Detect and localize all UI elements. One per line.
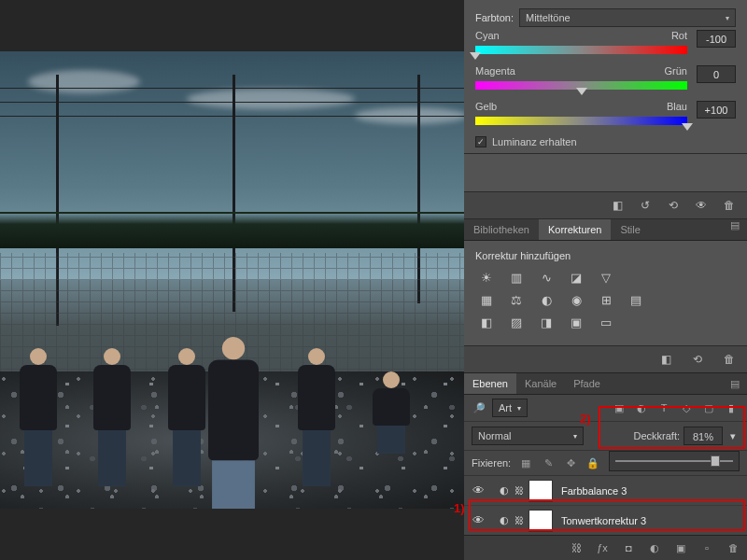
slider-right-label: Grün xyxy=(665,65,687,77)
color-balance-slider-0[interactable] xyxy=(475,43,687,56)
slider-left-label: Gelb xyxy=(475,101,497,112)
add-mask-icon[interactable]: ◘ xyxy=(620,539,637,556)
properties-footer: ◧ ↺ ⟲ 👁 🗑 xyxy=(464,191,747,218)
delete-icon[interactable]: 🗑 xyxy=(719,195,740,216)
brightness-icon[interactable]: ☀ xyxy=(477,269,496,286)
adj-clip-icon[interactable]: ◧ xyxy=(655,349,676,370)
layer-name[interactable]: Tonwertkorrektur 3 xyxy=(561,515,646,526)
mid-tabs: Bibliotheken Korrekturen Stile ▤ xyxy=(464,218,747,241)
hue-sat-icon[interactable]: ▦ xyxy=(477,291,496,308)
filter-kind-select[interactable]: Art xyxy=(492,399,528,417)
layer-row[interactable]: 👁 ◐ ⛓ Farbbalance 3 xyxy=(464,476,747,506)
tab-pfade[interactable]: Pfade xyxy=(565,373,609,394)
clip-to-layer-icon[interactable]: ◧ xyxy=(607,195,627,216)
vibrance-icon[interactable]: ▽ xyxy=(597,269,615,286)
link-layers-icon[interactable]: ⛓ xyxy=(568,539,585,556)
color-balance-slider-1[interactable] xyxy=(475,78,687,91)
tab-kanale[interactable]: Kanäle xyxy=(516,373,565,394)
blend-mode-select[interactable]: Normal xyxy=(472,427,584,445)
filter-smart-icon[interactable]: ▢ xyxy=(700,399,717,416)
link-icon: ⛓ xyxy=(513,485,526,496)
slider-value-box-0[interactable]: -100 xyxy=(697,30,736,48)
levels-icon[interactable]: ▥ xyxy=(507,269,526,286)
slider-value-box-2[interactable]: +100 xyxy=(697,101,736,119)
filter-toggle-icon[interactable]: ▮ xyxy=(723,399,740,416)
posterize-icon[interactable]: ▨ xyxy=(507,314,526,330)
color-balance-slider-2[interactable] xyxy=(475,114,687,127)
preserve-luminance-checkbox[interactable]: ✓ Luminanz erhalten xyxy=(475,136,736,147)
layer-mask-thumb[interactable] xyxy=(529,480,553,502)
tab-stile[interactable]: Stile xyxy=(611,219,649,240)
visibility-icon[interactable]: 👁 xyxy=(691,195,712,216)
new-layer-icon[interactable]: ▫ xyxy=(698,539,715,556)
adj-delete-icon[interactable]: 🗑 xyxy=(719,349,740,370)
search-icon[interactable]: 🔎 xyxy=(472,402,486,414)
panels-column: Farbton: Mitteltöne CyanRot -100 Magenta… xyxy=(464,0,747,560)
adj-reset-icon[interactable]: ⟲ xyxy=(687,349,708,370)
layers-filter-row: 🔎 Art ▣ ◐ T ◇ ▢ ▮ xyxy=(464,395,747,422)
lock-all-icon[interactable]: 🔒 xyxy=(585,455,600,470)
visibility-icon[interactable]: 👁 xyxy=(468,483,488,497)
opacity-slider[interactable] xyxy=(609,451,740,471)
delete-layer-icon[interactable]: 🗑 xyxy=(725,539,741,556)
slider-right-label: Rot xyxy=(671,30,687,41)
document-image xyxy=(0,51,464,509)
photo-filter-icon[interactable]: ◉ xyxy=(567,291,585,308)
slider-right-label: Blau xyxy=(667,101,687,112)
checkbox-icon: ✓ xyxy=(475,136,486,147)
new-fill-adj-icon[interactable]: ◐ xyxy=(646,539,663,556)
lock-transparent-icon[interactable]: ▦ xyxy=(518,455,533,470)
view-previous-icon[interactable]: ↺ xyxy=(635,195,655,216)
adjustments-panel: Korrektur hinzufügen ☀ ▥ ∿ ◪ ▽ ▦ ⚖ ◐ ◉ ⊞… xyxy=(464,241,747,345)
canvas-area[interactable] xyxy=(0,0,464,560)
invert-icon[interactable]: ◧ xyxy=(477,314,496,330)
layers-footer: ⛓ ƒx ◘ ◐ ▣ ▫ 🗑 xyxy=(464,535,747,560)
lock-label: Fixieren: xyxy=(472,457,511,469)
layer-name[interactable]: Farbbalance 3 xyxy=(561,485,627,497)
slider-left-label: Cyan xyxy=(475,30,500,41)
new-group-icon[interactable]: ▣ xyxy=(672,539,689,556)
opacity-label: Deckkraft: xyxy=(633,430,680,441)
tone-select[interactable]: Mitteltöne xyxy=(519,8,736,27)
lock-position-icon[interactable]: ✥ xyxy=(563,455,578,470)
tone-label: Farbton: xyxy=(475,12,514,23)
slider-left-label: Magenta xyxy=(475,65,515,77)
gradient-map-icon[interactable]: ▭ xyxy=(597,314,615,330)
opacity-dropdown-icon[interactable]: ▾ xyxy=(726,430,740,442)
filter-type-icon[interactable]: T xyxy=(655,399,672,416)
panel-menu-icon[interactable]: ▤ xyxy=(723,219,747,240)
annotation-2: 2) xyxy=(580,412,591,426)
layers-panel: Ebenen Kanäle Pfade ▤ 🔎 Art ▣ ◐ T ◇ ▢ ▮ … xyxy=(464,372,747,560)
filter-shape-icon[interactable]: ◇ xyxy=(678,399,695,416)
color-balance-icon[interactable]: ⚖ xyxy=(507,291,526,308)
color-lookup-icon[interactable]: ▤ xyxy=(627,291,645,308)
tab-bibliotheken[interactable]: Bibliotheken xyxy=(464,219,539,240)
link-icon: ⛓ xyxy=(513,515,526,525)
reset-icon[interactable]: ⟲ xyxy=(663,195,684,216)
slider-value-box-1[interactable]: 0 xyxy=(697,65,736,83)
visibility-icon[interactable]: 👁 xyxy=(468,513,488,527)
lock-pixels-icon[interactable]: ✎ xyxy=(541,455,556,470)
exposure-icon[interactable]: ◪ xyxy=(567,269,585,286)
selective-color-icon[interactable]: ▣ xyxy=(567,314,585,330)
bw-icon[interactable]: ◐ xyxy=(537,291,556,308)
filter-image-icon[interactable]: ▣ xyxy=(611,399,627,416)
channel-mixer-icon[interactable]: ⊞ xyxy=(597,291,615,308)
curves-icon[interactable]: ∿ xyxy=(537,269,556,286)
color-balance-panel: Farbton: Mitteltöne CyanRot -100 Magenta… xyxy=(464,0,747,154)
filter-adjust-icon[interactable]: ◐ xyxy=(633,399,650,416)
layer-mask-thumb[interactable] xyxy=(529,510,553,532)
annotation-1: 1) xyxy=(454,501,465,515)
adjustments-title: Korrektur hinzufügen xyxy=(475,250,736,261)
layers-list[interactable]: 👁 ◐ ⛓ Farbbalance 3👁 ◐ ⛓ Tonwertkorrektu… xyxy=(464,476,747,535)
tab-ebenen[interactable]: Ebenen xyxy=(464,373,516,394)
opacity-input[interactable]: 81% xyxy=(684,427,723,445)
tab-korrekturen[interactable]: Korrekturen xyxy=(539,219,611,240)
layer-row[interactable]: 👁 ◐ ⛓ Tonwertkorrektur 3 xyxy=(464,506,747,535)
adjustment-icon[interactable]: ◐ xyxy=(496,484,513,497)
layer-style-icon[interactable]: ƒx xyxy=(594,539,611,556)
layers-menu-icon[interactable]: ▤ xyxy=(723,378,747,390)
adjustment-icon[interactable]: ◐ xyxy=(496,514,513,526)
threshold-icon[interactable]: ◨ xyxy=(537,314,556,330)
